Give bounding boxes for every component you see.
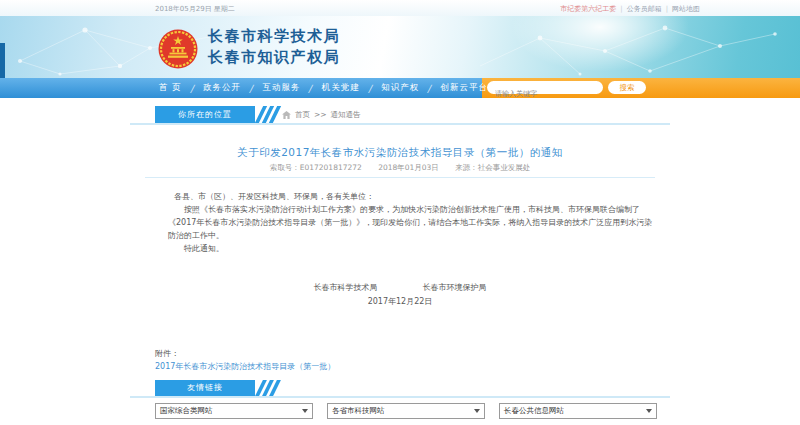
top-link-civil-servant-mail[interactable]: 公务员邮箱 xyxy=(627,4,662,14)
label-stripes xyxy=(259,106,277,123)
search-button[interactable]: 搜索 xyxy=(608,81,646,94)
attachment-link[interactable]: 2017年长春市水污染防治技术指导目录（第一批） xyxy=(155,362,335,371)
article-signature: 长春市科学技术局 长春市环境保护局 2017年12月22日 xyxy=(130,281,670,309)
nav-menu: 首 页 / 政务公开 / 互动服务 / 机关党建 / 知识产权 / 创新云平台 xyxy=(150,78,497,98)
select-value: 国家综合类网站 xyxy=(160,406,213,416)
top-utility-bar: 2018年05月29日 星期二 市纪委第六纪工委 | 公务员邮箱 | 网站地图 xyxy=(0,0,800,16)
org-name-science-bureau: 长春市科学技术局 xyxy=(208,26,340,47)
nav-item-home[interactable]: 首 页 xyxy=(150,82,191,94)
attachment-label: 附件： xyxy=(155,347,335,360)
chevron-down-icon xyxy=(302,409,308,413)
nav-item-gov-info[interactable]: 政务公开 xyxy=(194,82,250,94)
home-icon xyxy=(282,111,291,119)
constellation-pattern-right xyxy=(470,16,800,78)
main-navbar: 首 页 / 政务公开 / 互动服务 / 机关党建 / 知识产权 / 创新云平台 … xyxy=(0,78,800,98)
article-paragraph: 特此通知。 xyxy=(168,242,655,255)
breadcrumb: 首页 >> 通知通告 xyxy=(282,106,361,123)
attachment-section: 附件： 2017年长春市水污染防治技术指导目录（第一批） xyxy=(155,347,335,373)
nav-item-party-building[interactable]: 机关党建 xyxy=(313,82,369,94)
breadcrumb-label: 你所在的位置 xyxy=(155,106,255,123)
friend-link-select-national[interactable]: 国家综合类网站 xyxy=(155,403,313,419)
article-paragraph: 各县、市（区）、开发区科技局、环保局，各有关单位： xyxy=(168,190,655,203)
article-body: 各县、市（区）、开发区科技局、环保局，各有关单位： 按照《长春市落实水污染防治行… xyxy=(168,190,655,255)
article-meta: 索取号：E017201817272 2018年01月03日 来源：社会事业发展处 xyxy=(130,163,670,173)
breadcrumb-current: 通知通告 xyxy=(331,110,361,120)
national-emblem-icon xyxy=(158,28,198,70)
friend-link-select-changchun[interactable]: 长春公共信息网站 xyxy=(499,403,657,419)
org-name-ip-bureau: 长春市知识产权局 xyxy=(208,47,340,68)
breadcrumb-home-link[interactable]: 首页 xyxy=(295,110,310,120)
site-title: 长春市科学技术局 长春市知识产权局 xyxy=(208,26,340,68)
signature-org-environment-bureau: 长春市环境保护局 xyxy=(423,283,487,292)
select-value: 长春公共信息网站 xyxy=(504,406,564,416)
top-link-discipline-committee[interactable]: 市纪委第六纪工委 xyxy=(560,4,616,14)
nav-item-interactive-service[interactable]: 互动服务 xyxy=(253,82,309,94)
breadcrumb-separator: >> xyxy=(314,110,327,119)
friend-link-select-provincial[interactable]: 各省市科技网站 xyxy=(327,403,485,419)
chevron-down-icon xyxy=(474,409,480,413)
article-doc-number: 索取号：E017201817272 xyxy=(270,163,362,172)
friend-links-bar: 友情链接 xyxy=(130,380,670,398)
article-paragraph: 按照《长春市落实水污染防治行动计划工作方案》的要求，为加快水污染防治创新技术推广… xyxy=(168,203,655,242)
header-banner: 长春市科学技术局 长春市知识产权局 xyxy=(0,16,800,78)
signature-orgs: 长春市科学技术局 长春市环境保护局 xyxy=(130,281,670,295)
search-input[interactable] xyxy=(487,88,603,101)
banner-left-edge xyxy=(0,43,5,78)
article-title: 关于印发2017年长春市水污染防治技术指导目录（第一批）的通知 xyxy=(130,146,670,160)
current-date: 2018年05月29日 星期二 xyxy=(155,4,235,14)
top-links: 市纪委第六纪工委 | 公务员邮箱 | 网站地图 xyxy=(560,4,700,14)
nav-item-intellectual-property[interactable]: 知识产权 xyxy=(372,82,428,94)
signature-org-science-bureau: 长春市科学技术局 xyxy=(313,283,377,292)
select-value: 各省市科技网站 xyxy=(332,406,385,416)
top-link-separator: | xyxy=(666,5,668,13)
label-stripes xyxy=(259,380,277,396)
chevron-down-icon xyxy=(646,409,652,413)
top-link-sitemap[interactable]: 网站地图 xyxy=(672,4,700,14)
article-divider xyxy=(145,177,655,178)
search-box xyxy=(487,81,603,94)
breadcrumb-bar: 你所在的位置 首页 >> 通知通告 xyxy=(130,106,670,125)
friend-links-label: 友情链接 xyxy=(155,380,255,396)
top-link-separator: | xyxy=(620,5,622,13)
signature-date: 2017年12月22日 xyxy=(130,295,670,309)
article-source: 来源：社会事业发展处 xyxy=(455,163,530,172)
friend-links-selects: 国家综合类网站 各省市科技网站 长春公共信息网站 xyxy=(155,403,657,419)
article-publish-date: 2018年01月03日 xyxy=(378,163,439,172)
